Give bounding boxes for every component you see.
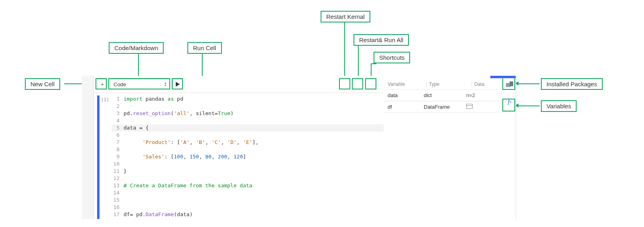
line-number: 12 xyxy=(112,175,124,182)
annotation-installed-packages: Installed Packages xyxy=(541,78,603,90)
var-type: dict xyxy=(424,92,466,98)
line-number: 6 xyxy=(112,132,124,139)
left-gutter xyxy=(82,76,94,219)
annotation-restart-run-all: Restart& Run All xyxy=(353,34,409,46)
annotation-restart-kernel: Restart Kernal xyxy=(321,11,370,22)
cell-prompt: [1] xyxy=(100,95,112,219)
right-icon-rail: fx xyxy=(503,78,516,107)
line-content: import pandas as pd xyxy=(124,95,183,103)
packages-icon[interactable] xyxy=(504,78,515,89)
line-number: 9 xyxy=(112,153,124,160)
col-separator xyxy=(426,81,427,87)
line-number: 15 xyxy=(112,197,124,204)
line-number: 17 xyxy=(112,211,124,218)
package-icon xyxy=(506,80,514,87)
arrow-line xyxy=(371,63,376,64)
var-name: data xyxy=(388,92,424,98)
annotation-variables: Variables xyxy=(541,100,577,112)
col-separator xyxy=(471,81,472,87)
line-number: 16 xyxy=(112,204,124,211)
add-cell-button[interactable]: + xyxy=(97,79,108,89)
line-content: # Create a DataFrame from the sample dat… xyxy=(124,182,252,189)
arrow-line xyxy=(138,54,139,79)
line-number: 5 xyxy=(112,124,124,132)
var-name: df xyxy=(388,104,424,110)
line-content: 'Sales': [100, 150, 80, 200, 120] xyxy=(124,153,246,160)
arrow-line xyxy=(518,83,540,84)
line-content: df= pd.DataFrame(data) xyxy=(124,211,193,218)
line-content: pd.reset_option('all', silent=True) xyxy=(124,110,234,117)
dataframe-icon xyxy=(466,104,473,109)
line-number: 8 xyxy=(112,146,124,153)
variables-panel: Variable Type Data datadictn=2dfDataFram… xyxy=(384,76,516,219)
variables-icon[interactable]: fx xyxy=(504,96,515,107)
col-type: Type xyxy=(429,81,469,87)
arrow-line xyxy=(358,46,359,79)
col-variable: Variable xyxy=(388,81,424,87)
var-type: DataFrame xyxy=(424,104,466,110)
variable-row[interactable]: dfDataFrame xyxy=(384,101,516,113)
line-number: 3 xyxy=(112,110,124,117)
svg-rect-4 xyxy=(510,81,513,86)
variables-header: Variable Type Data xyxy=(384,78,516,89)
play-icon xyxy=(176,82,180,87)
cell-type-selector[interactable]: Code ▴▾ xyxy=(110,79,170,89)
line-content: } xyxy=(124,168,127,175)
chevron-updown-icon: ▴▾ xyxy=(165,81,167,87)
arrow-line xyxy=(344,22,345,79)
arrow-line xyxy=(518,105,540,106)
line-number: 14 xyxy=(112,189,124,197)
line-number: 2 xyxy=(112,103,124,110)
line-number: 10 xyxy=(112,160,124,168)
run-cell-button[interactable] xyxy=(173,79,183,89)
line-number: 7 xyxy=(112,139,124,146)
cell-type-label: Code xyxy=(114,81,126,87)
svg-marker-0 xyxy=(176,82,180,87)
line-number: 1 xyxy=(112,95,124,103)
line-content: 'Product': ['A', 'B', 'C', 'D', 'E'], xyxy=(124,139,259,146)
annotation-new-cell: New Cell xyxy=(25,78,60,90)
line-number: 11 xyxy=(112,168,124,175)
line-content: data = { xyxy=(124,124,149,132)
line-number: 4 xyxy=(112,117,124,124)
annotation-code-markdown: Code/Markdown xyxy=(109,42,164,54)
annotation-shortcuts: Shortcuts xyxy=(374,52,410,63)
variable-row[interactable]: datadictn=2 xyxy=(384,89,516,101)
annotation-run-cell: Run Cell xyxy=(187,42,222,54)
line-number: 13 xyxy=(112,182,124,189)
